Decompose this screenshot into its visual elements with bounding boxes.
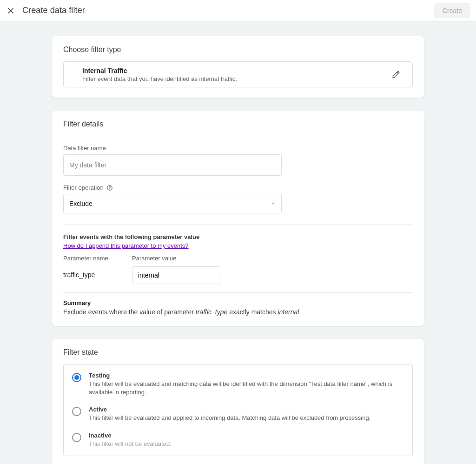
radio-button[interactable] bbox=[72, 407, 81, 416]
state-option-title: Testing bbox=[89, 372, 404, 379]
filter-state-option-testing[interactable]: Testing This filter will be evaluated an… bbox=[64, 367, 412, 401]
state-option-title: Inactive bbox=[89, 432, 172, 439]
filter-details-title: Filter details bbox=[52, 111, 424, 136]
filter-state-option-inactive[interactable]: Inactive This filter will not be evaluat… bbox=[64, 427, 412, 453]
filter-type-description: Filter event data that you have identifi… bbox=[82, 75, 237, 82]
state-option-desc: This filter will be evaluated and applie… bbox=[89, 414, 370, 422]
filter-type-option[interactable]: Internal Traffic Filter event data that … bbox=[63, 61, 413, 87]
pencil-icon bbox=[392, 70, 400, 79]
filter-operation-select[interactable]: Exclude bbox=[63, 194, 282, 213]
parameter-value-label: Parameter value bbox=[132, 255, 220, 262]
close-button[interactable] bbox=[6, 6, 16, 16]
filter-state-title: Filter state bbox=[52, 339, 424, 364]
parameter-name-value: traffic_type bbox=[63, 266, 124, 278]
filter-name-input[interactable] bbox=[63, 154, 282, 176]
parameter-value-input[interactable] bbox=[132, 266, 220, 284]
filter-type-name: Internal Traffic bbox=[82, 67, 237, 74]
close-icon bbox=[7, 7, 15, 15]
radio-button[interactable] bbox=[72, 433, 81, 442]
choose-filter-type-card: Choose filter type Internal Traffic Filt… bbox=[52, 36, 424, 98]
radio-button[interactable] bbox=[72, 373, 81, 382]
summary-text: Exclude events where the value of parame… bbox=[63, 308, 413, 316]
state-option-title: Active bbox=[89, 406, 370, 413]
create-button[interactable]: Create bbox=[434, 3, 470, 18]
parameter-section-title: Filter events with the following paramet… bbox=[63, 233, 413, 240]
help-link[interactable]: How do I append this parameter to my eve… bbox=[63, 242, 189, 249]
filter-type-text: Internal Traffic Filter event data that … bbox=[72, 67, 237, 82]
filter-operation-label: Filter operation bbox=[63, 184, 413, 191]
filter-state-options: Testing This filter will be evaluated an… bbox=[63, 364, 413, 456]
parameter-name-label: Parameter name bbox=[63, 255, 124, 262]
summary-title: Summary bbox=[63, 299, 413, 306]
dialog-header: Create data filter Create bbox=[0, 0, 476, 21]
state-option-desc: This filter will be evaluated and matchi… bbox=[89, 380, 404, 397]
page-title: Create data filter bbox=[22, 6, 85, 15]
filter-operation-value: Exclude bbox=[69, 200, 93, 207]
filter-state-card: Filter state Testing This filter will be… bbox=[52, 339, 424, 464]
help-icon[interactable] bbox=[106, 185, 113, 191]
state-option-desc: This filter will not be evaluated. bbox=[89, 440, 172, 448]
filter-name-label: Data filter name bbox=[63, 145, 413, 152]
svg-point-3 bbox=[109, 189, 110, 189]
filter-details-card: Filter details Data filter name Filter o… bbox=[52, 111, 424, 326]
edit-filter-type-button[interactable] bbox=[388, 66, 404, 82]
chevron-down-icon bbox=[271, 200, 276, 207]
filter-state-option-active[interactable]: Active This filter will be evaluated and… bbox=[64, 401, 412, 427]
choose-filter-type-title: Choose filter type bbox=[52, 36, 424, 61]
